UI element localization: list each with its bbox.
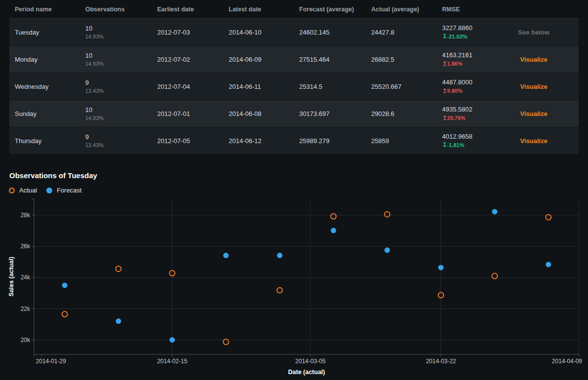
actual-average-cell: 24427.8 <box>371 29 442 36</box>
rmse-delta-percent: 9.80% <box>447 88 462 94</box>
forecast-data-point <box>492 209 497 214</box>
forecast-data-point <box>62 283 68 288</box>
rmse-trend-arrow-icon: ↥ <box>442 60 447 67</box>
actual-average-cell: 29028.6 <box>371 110 442 117</box>
forecast-data-point <box>546 262 551 267</box>
observations-cell: 9 13.43% <box>85 133 157 148</box>
observations-count: 9 <box>85 133 153 141</box>
period-name-cell: Wednesday <box>9 83 85 90</box>
forecast-average-cell: 24602.145 <box>299 29 371 36</box>
column-header-forecast-average: Forecast (average) <box>299 6 371 13</box>
visualize-link[interactable]: Visualize <box>520 137 547 145</box>
y-axis-tick-label: 26k <box>21 243 31 250</box>
actual-data-point <box>277 288 282 293</box>
rmse-delta-percent: -1.81% <box>447 142 464 148</box>
x-axis-tick-label: 2014-01-29 <box>36 358 67 365</box>
period-name-cell: Sunday <box>9 110 85 117</box>
visualize-link[interactable]: Visualize <box>520 56 547 63</box>
actual-data-point <box>331 214 336 219</box>
rmse-delta-badge: ↥9.80% <box>442 87 489 94</box>
forecast-data-point <box>223 253 229 258</box>
observations-percent: 14.93% <box>85 115 153 121</box>
period-name-cell: Monday <box>9 56 85 63</box>
rmse-trend-arrow-icon: ↧ <box>442 33 447 40</box>
latest-date-cell: 2014-06-10 <box>229 29 299 36</box>
earliest-date-cell: 2012-07-02 <box>157 56 229 63</box>
filled-circle-marker-icon <box>46 187 53 194</box>
actual-data-point <box>384 212 390 217</box>
legend-item-forecast[interactable]: Forecast <box>46 187 82 194</box>
forecast-average-cell: 25314.5 <box>299 83 371 90</box>
observations-count: 10 <box>85 25 153 32</box>
action-cell: See below <box>493 29 579 36</box>
open-circle-marker-icon <box>8 187 15 194</box>
column-header-rmse: RMSE <box>442 6 493 13</box>
table-header-row: Period name Observations Earliest date L… <box>9 0 579 19</box>
rmse-delta-percent: -21.02% <box>447 34 467 39</box>
rmse-delta-badge: ↥20.76% <box>442 114 489 121</box>
legend-label-forecast: Forecast <box>57 187 82 194</box>
forecast-summary-table: Period name Observations Earliest date L… <box>9 0 579 154</box>
action-cell: Visualize <box>493 137 579 145</box>
observations-percent: 13.43% <box>85 88 153 94</box>
forecast-data-point <box>277 253 282 258</box>
action-cell: Visualize <box>493 83 579 90</box>
rmse-cell: 4012.9658 ↧-1.81% <box>442 133 493 149</box>
rmse-value: 4487.8000 <box>442 78 489 86</box>
rmse-delta-percent: 1.86% <box>447 61 462 67</box>
latest-date-cell: 2014-06-08 <box>229 110 299 117</box>
chart-legend: Actual Forecast <box>8 187 82 194</box>
rmse-cell: 4487.8000 ↥9.80% <box>442 78 493 94</box>
y-axis-tick-label: 28k <box>21 212 31 219</box>
actual-data-point <box>62 311 68 317</box>
period-name-cell: Thursday <box>9 137 85 145</box>
visualize-link[interactable]: Visualize <box>520 83 547 90</box>
rmse-cell: 4163.2161 ↥1.86% <box>442 51 493 67</box>
legend-label-actual: Actual <box>19 187 37 194</box>
observations-percent: 14.93% <box>85 61 153 67</box>
rmse-delta-badge: ↥1.86% <box>442 60 489 67</box>
legend-item-actual[interactable]: Actual <box>8 187 37 194</box>
rmse-trend-arrow-icon: ↥ <box>442 87 447 94</box>
rmse-trend-arrow-icon: ↧ <box>442 142 447 149</box>
action-cell: Visualize <box>493 110 579 117</box>
table-body: Tuesday 10 14.93% 2012-07-03 2014-06-10 … <box>9 19 579 154</box>
rmse-cell: 3227.8860 ↧-21.02% <box>442 24 493 40</box>
x-axis-tick-label: 2014-02-15 <box>157 358 188 365</box>
column-header-period-name: Period name <box>9 6 85 13</box>
actual-average-cell: 25859 <box>371 137 442 145</box>
see-below-label: See below <box>518 29 550 36</box>
observations-count: 10 <box>85 52 153 59</box>
column-header-latest-date: Latest date <box>229 6 299 13</box>
period-name-cell: Tuesday <box>9 29 85 36</box>
observations-cell: 9 13.43% <box>85 79 157 94</box>
y-axis-tick-label: 22k <box>21 305 31 312</box>
y-axis-tick-label: 24k <box>21 274 31 281</box>
series-actual-points <box>62 212 551 345</box>
actual-average-cell: 26882.5 <box>371 56 442 63</box>
forecast-data-point <box>116 318 121 324</box>
rmse-value: 3227.8860 <box>442 24 489 32</box>
rmse-value: 4012.9658 <box>442 133 489 140</box>
forecast-data-point <box>170 337 175 342</box>
x-axis-tick-label: 2014-03-05 <box>295 358 326 365</box>
table-row: Tuesday 10 14.93% 2012-07-03 2014-06-10 … <box>9 19 579 46</box>
action-cell: Visualize <box>493 56 579 63</box>
rmse-cell: 4935.5802 ↥20.76% <box>442 106 493 121</box>
observations-cell: 10 14.93% <box>85 106 157 121</box>
visualize-link[interactable]: Visualize <box>520 110 547 117</box>
latest-date-cell: 2014-06-09 <box>229 56 299 63</box>
y-axis-title: Sales (actual) <box>8 257 15 297</box>
latest-date-cell: 2014-06-12 <box>229 137 299 145</box>
observations-percent: 14.93% <box>85 34 153 39</box>
x-axis-tick-label: 2014-04-09 <box>552 358 583 365</box>
scatter-chart: 20k22k24k26k28k2014-01-292014-02-152014-… <box>0 196 588 380</box>
column-header-actual-average: Actual (average) <box>371 6 442 13</box>
rmse-trend-arrow-icon: ↥ <box>442 114 447 121</box>
table-row: Wednesday 9 13.43% 2012-07-04 2014-06-11… <box>9 73 579 100</box>
actual-data-point <box>116 266 121 271</box>
x-axis-tick-label: 2014-03-22 <box>426 358 456 365</box>
observations-count: 9 <box>85 79 153 86</box>
actual-data-point <box>492 273 497 279</box>
latest-date-cell: 2014-06-11 <box>229 83 299 90</box>
